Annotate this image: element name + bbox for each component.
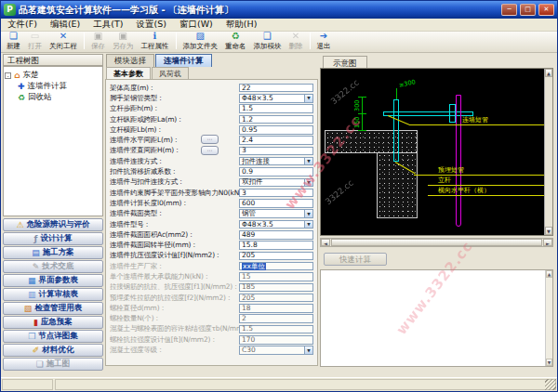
dropdown-arrow-icon[interactable]: ▼ — [304, 221, 312, 229]
cad-vertical-scrollbar[interactable]: ▲ ▼ — [544, 69, 552, 235]
field-input[interactable]: 15.8 — [239, 241, 313, 250]
toolbar-button[interactable]: 添加文件夹 — [179, 31, 222, 51]
field-label: 连墙件与扣件连接方式： — [110, 177, 239, 187]
field-dropdown[interactable]: Φ48×3.5▼ — [239, 94, 313, 103]
scroll-right-icon[interactable]: ► — [543, 239, 552, 246]
menu-item[interactable]: 设置(S) — [130, 19, 173, 31]
toolbar-button[interactable]: 关闭工程 — [46, 31, 81, 51]
scroll-up-icon[interactable]: ▲ — [546, 270, 552, 278]
field-input[interactable]: 22 — [239, 84, 313, 93]
standing-pole — [456, 95, 461, 227]
dropdown-arrow-icon[interactable]: ▼ — [304, 210, 312, 217]
form-field-row: 脚手架钢管类型：Φ48×3.5▼ — [110, 93, 313, 103]
scroll-up-icon[interactable]: ▲ — [545, 69, 552, 77]
field-input[interactable]: 1.2 — [239, 115, 313, 124]
sidebar-button[interactable]: 检查管理用表 — [3, 302, 103, 315]
sidebar-button[interactable]: 危险源辨识与评价 — [3, 218, 103, 231]
field-dropdown[interactable]: 扣件连接▼ — [239, 157, 313, 166]
tab-schematic[interactable]: 示意图 — [323, 56, 367, 69]
app-window: P 品茗建筑安全计算软件——学习版 - 〔连墙件计算〕 ─ □ ✕ 文件(F)编… — [0, 0, 558, 392]
field-input: xx单位 — [239, 262, 313, 271]
maximize-button[interactable]: □ — [520, 4, 536, 16]
field-value: 1.5 — [240, 325, 312, 333]
title-bar: P 品茗建筑安全计算软件——学习版 - 〔连墙件计算〕 ─ □ ✕ — [1, 1, 557, 19]
field-label: 连墙件抗压强度设计值[f](N/mm2)： — [110, 251, 239, 260]
menu-item[interactable]: 编辑(E) — [44, 19, 86, 31]
tree-expander-icon[interactable]: - — [5, 72, 11, 79]
dimension-tick — [358, 113, 366, 114]
tree-item-recycle-bin[interactable]: 回收站 — [5, 92, 101, 103]
field-input[interactable]: 0.95 — [239, 125, 313, 135]
toolbar-button-label: 新建 — [7, 42, 20, 51]
form-field-row: 连墙件连接方式：扣件连接▼ — [110, 156, 313, 166]
sidebar-button[interactable]: 节点详图集 — [3, 330, 103, 343]
field-value: 185 — [240, 283, 312, 291]
field-input[interactable]: 3 — [239, 189, 313, 198]
scrollbar-thumb[interactable] — [331, 239, 542, 246]
results-scrollbar[interactable]: ▲ ▼ — [545, 270, 552, 366]
diagram-label: 立杆 — [438, 177, 451, 184]
field-dropdown[interactable]: Φ48×3.5▼ — [239, 220, 313, 229]
dropdown-arrow-icon[interactable]: ▼ — [304, 158, 312, 165]
status-cell — [55, 379, 556, 390]
field-input[interactable]: 3 — [239, 147, 313, 156]
sidebar-button[interactable]: 设计计算 — [3, 232, 103, 245]
field-value: 18 — [240, 305, 312, 312]
scroll-down-icon[interactable]: ▼ — [546, 359, 552, 366]
field-value: Φ48×3.5 — [240, 221, 304, 229]
toolbar-button[interactable]: 退出 — [313, 31, 335, 51]
tab-basic-params[interactable]: 基本参数 — [106, 67, 151, 79]
spacing-helper-button[interactable]: ⋯ — [201, 135, 219, 144]
dropdown-arrow-icon[interactable]: ▼ — [304, 95, 312, 102]
sidebar-button[interactable]: 界面参数表 — [3, 274, 103, 287]
sidebar-button[interactable]: 计算审核表 — [3, 288, 103, 301]
cad-viewport: 300 150 ≥300 连墙短管 预埋短管 立杆 横向水平杆（横） 3322.… — [320, 68, 553, 236]
field-dropdown[interactable]: 钢管▼ — [239, 209, 313, 218]
dimension-value: 150 — [354, 117, 361, 128]
toolbar-button[interactable]: 重命名 — [221, 31, 250, 51]
spacing-helper-button[interactable]: ⋯ — [201, 146, 219, 155]
form-field-row: 架体高度(m)：22 — [110, 83, 313, 93]
toolbar-button[interactable]: 添加模块 — [250, 31, 286, 51]
tab-wall-connector-calc[interactable]: 连墙件计算 — [155, 54, 212, 67]
menu-item[interactable]: 文件(F) — [1, 19, 44, 31]
field-input[interactable]: 1.5 — [239, 104, 313, 113]
field-input[interactable]: 600 — [239, 199, 313, 208]
field-input: 205 — [239, 294, 313, 303]
param-tab-strip: 基本参数 风荷载 — [106, 67, 190, 79]
add-folder-icon — [196, 32, 205, 42]
field-value: 489 — [240, 231, 312, 239]
inspection-table-icon — [24, 305, 33, 313]
toolbar-button[interactable]: 新建 — [3, 31, 24, 51]
quick-calc-button: 快速计算 — [324, 253, 387, 266]
field-input[interactable]: 205 — [239, 252, 313, 261]
tree-item-wall-connector[interactable]: 连墙件计算 — [5, 81, 101, 92]
sidebar-button-label: 设计计算 — [40, 233, 72, 244]
calc-review-icon — [28, 291, 36, 299]
dropdown-arrow-icon[interactable]: ▼ — [304, 179, 312, 187]
cad-horizontal-scrollbar[interactable]: ◄ ► — [320, 238, 553, 247]
toolbar-button[interactable]: 工程属性 — [138, 31, 173, 51]
minimize-button[interactable]: ─ — [501, 4, 517, 16]
menu-item[interactable]: 工具(T) — [86, 19, 129, 31]
close-button[interactable]: ✕ — [538, 4, 554, 16]
field-input[interactable]: 489 — [239, 230, 313, 240]
sidebar-button[interactable]: 材料优化 — [3, 344, 103, 357]
tab-wind-load[interactable]: 风荷载 — [152, 67, 189, 79]
field-input[interactable]: 0.9 — [239, 167, 313, 176]
menu-item[interactable]: 窗口(W) — [173, 19, 219, 31]
form-field-row: 螺栓数量N(个)：2 — [110, 314, 313, 324]
sidebar-button[interactable]: 应急预案 — [3, 316, 103, 329]
sidebar-button-label: 材料优化 — [42, 345, 73, 356]
tab-module-select[interactable]: 模块选择 — [106, 54, 154, 67]
scroll-down-icon[interactable]: ▼ — [545, 227, 552, 235]
tree-root-item[interactable]: - 东楚 — [5, 70, 101, 81]
scroll-left-icon[interactable]: ◄ — [321, 239, 330, 246]
sidebar-button[interactable]: 施工方案 — [3, 246, 103, 259]
form-field-row: 连墙件型号：Φ48×3.5▼ — [110, 219, 313, 229]
dimension-value: 300 — [354, 100, 361, 111]
menu-item[interactable]: 帮助(H) — [219, 19, 264, 31]
field-input[interactable]: 2.4 — [239, 136, 313, 145]
field-dropdown[interactable]: 双扣件▼ — [239, 178, 313, 188]
resize-grip[interactable] — [545, 379, 556, 390]
